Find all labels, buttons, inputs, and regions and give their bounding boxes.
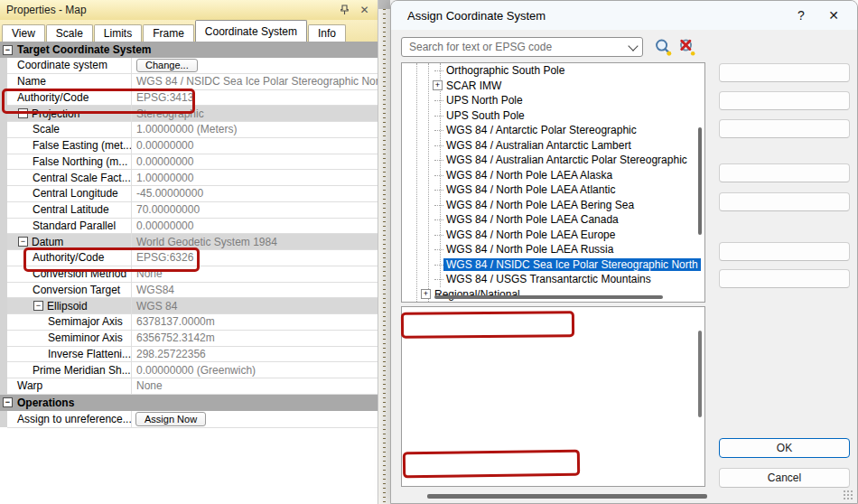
- property-row[interactable]: − Projection Stereographic Stereographic: [7, 106, 378, 122]
- tree-vertical-scrollbar[interactable]: [698, 127, 702, 235]
- property-label: Conversion Target: [33, 284, 120, 296]
- property-label: Central Latitude: [33, 203, 109, 216]
- tree-item[interactable]: + WGS 84 / North Pole LAEA Alaska: [402, 168, 704, 183]
- details-line: [411, 376, 704, 387]
- tree-item[interactable]: + Orthographic South Pole: [402, 63, 704, 79]
- search-input[interactable]: [409, 41, 630, 53]
- property-label: Semiminor Axis: [48, 331, 123, 344]
- property-row[interactable]: − Prime Meridian Sh... 0.00000000 (Green…: [7, 362, 378, 378]
- property-row[interactable]: − Coordinate system Change... Change...: [7, 58, 378, 74]
- tree-item[interactable]: + WGS 84 / North Pole LAEA Europe: [402, 228, 704, 243]
- search-combo[interactable]: [401, 37, 643, 57]
- property-label: Authority/Code: [33, 251, 104, 264]
- collapse-icon[interactable]: −: [18, 108, 28, 118]
- dialog-side-button[interactable]: [719, 242, 850, 261]
- property-row[interactable]: − Authority/Code EPSG:6326 EPSG:6326: [7, 250, 378, 266]
- panel-tab[interactable]: View: [2, 24, 45, 42]
- tree-item[interactable]: + WGS 84 / USGS Transantarctic Mountains: [402, 272, 704, 287]
- section-target-coordinate-system[interactable]: − Target Coordinate System: [0, 42, 378, 58]
- property-row[interactable]: − Conversion Target WGS84 WGS84: [7, 283, 378, 299]
- tree-item[interactable]: + WGS 84 / North Pole LAEA Russia: [402, 242, 704, 257]
- dialog-side-button[interactable]: [719, 63, 850, 82]
- help-icon[interactable]: ?: [785, 4, 817, 27]
- property-row[interactable]: − Standard Parallel 0.00000000 0.0000000…: [7, 219, 378, 235]
- tab-label: Coordinate System: [205, 25, 297, 38]
- property-row[interactable]: − Ellipsoid WGS 84 WGS 84: [7, 298, 378, 314]
- property-value: Stereographic: [136, 107, 204, 120]
- pin-icon[interactable]: [337, 3, 352, 17]
- tree-item[interactable]: + UPS North Pole: [402, 93, 704, 108]
- property-label: Prime Meridian Sh...: [33, 364, 131, 377]
- dialog-title: Assign Coordinate System: [407, 9, 785, 23]
- panel-tab[interactable]: Coordinate System: [195, 20, 307, 42]
- chevron-down-icon[interactable]: [628, 41, 638, 51]
- expand-plus-icon[interactable]: +: [433, 80, 443, 90]
- tree-item[interactable]: + WGS 84 / North Pole LAEA Bering Sea: [402, 198, 704, 213]
- dialog-side-button[interactable]: [719, 269, 850, 288]
- property-grid: − Coordinate system Change... Change... …: [0, 58, 378, 395]
- property-row[interactable]: − False Easting (met... 0.00000000 0.000…: [7, 138, 378, 154]
- property-row[interactable]: − Warp None None: [7, 378, 378, 395]
- dialog-side-button[interactable]: [719, 192, 850, 211]
- dialog-side-button[interactable]: [719, 91, 850, 110]
- coordinate-system-tree[interactable]: + Orthographic South Pole + SCAR IMW + U…: [401, 62, 705, 303]
- property-row[interactable]: − Conversion Method None None: [7, 266, 378, 283]
- panel-tab[interactable]: Limits: [94, 24, 142, 42]
- tree-item[interactable]: + WGS 84 / Antarctic Polar Stereographic: [402, 123, 704, 138]
- details-line: [411, 472, 704, 484]
- resize-grip[interactable]: [843, 490, 853, 500]
- tree-item[interactable]: + WGS 84 / North Pole LAEA Atlantic: [402, 182, 704, 198]
- ok-button[interactable]: OK: [719, 438, 850, 458]
- tree-item[interactable]: + Regional/National: [402, 287, 704, 303]
- property-row[interactable]: − Central Latitude 70.00000000 70.000000…: [7, 202, 378, 219]
- tree-item[interactable]: + UPS South Pole: [402, 108, 704, 124]
- properties-panel: Properties - Map ✕ View Scale Limits Fra…: [0, 0, 378, 504]
- close-icon[interactable]: ✕: [817, 4, 850, 27]
- tree-item[interactable]: + WGS 84 / North Pole LAEA Canada: [402, 212, 704, 228]
- tree-item-label: WGS 84 / Antarctic Polar Stereographic: [446, 124, 637, 136]
- property-row[interactable]: − Authority/Code EPSG:3413 EPSG:3413: [7, 90, 378, 107]
- property-value: 1.00000000 (Meters): [136, 123, 237, 135]
- clear-search-icon[interactable]: [677, 38, 696, 57]
- tree-item[interactable]: + WGS 84 / Australian Antarctic Lambert: [402, 138, 704, 154]
- property-row[interactable]: − Inverse Flatteni... 298.25722356 298.2…: [7, 347, 378, 363]
- dialog-side-button[interactable]: [719, 119, 850, 138]
- panel-tab[interactable]: Info: [308, 24, 346, 42]
- close-icon[interactable]: ✕: [357, 3, 372, 17]
- property-label: Conversion Method: [33, 267, 126, 280]
- change-button[interactable]: Change...: [136, 59, 198, 72]
- tree-horizontal-scrollbar[interactable]: [434, 295, 663, 299]
- tree-item[interactable]: + SCAR IMW: [402, 79, 704, 94]
- assign-now-button[interactable]: Assign Now: [135, 412, 206, 426]
- property-row[interactable]: − Central Longitude -45.00000000 -45.000…: [7, 186, 378, 202]
- search-icon[interactable]: [654, 38, 673, 57]
- details-line: [411, 315, 704, 327]
- expand-plus-icon[interactable]: +: [421, 289, 431, 299]
- collapse-icon[interactable]: −: [33, 301, 43, 311]
- panel-tab[interactable]: Scale: [46, 24, 93, 42]
- property-row[interactable]: − Semiminor Axis 6356752.3142m 6356752.3…: [7, 331, 378, 347]
- panel-tab[interactable]: Frame: [143, 24, 194, 42]
- cancel-button[interactable]: Cancel: [719, 468, 850, 488]
- collapse-icon[interactable]: −: [18, 237, 28, 247]
- property-label: Ellipsoid: [47, 300, 88, 313]
- collapse-icon[interactable]: −: [3, 45, 13, 55]
- tree-item-label: WGS 84 / North Pole LAEA Europe: [446, 229, 615, 241]
- property-row[interactable]: − Datum World Geodetic System 1984 World…: [7, 234, 378, 250]
- tree-item[interactable]: + WGS 84 / NSIDC Sea Ice Polar Stereogra…: [402, 257, 704, 273]
- panel-title: Properties - Map: [6, 4, 332, 16]
- property-row[interactable]: − Semimajor Axis 6378137.0000m 6378137.0…: [7, 314, 378, 331]
- details-vertical-scrollbar[interactable]: [698, 331, 702, 417]
- property-row[interactable]: − Scale 1.00000000 (Meters) 1.00000000 (…: [7, 122, 378, 138]
- property-label: Warp: [17, 379, 42, 392]
- section-operations[interactable]: − Operations: [0, 395, 378, 411]
- property-value: World Geodetic System 1984: [136, 236, 277, 248]
- property-row[interactable]: − Central Scale Fact... 1.00000000 1.000…: [7, 170, 378, 186]
- collapse-icon[interactable]: −: [3, 397, 13, 407]
- tree-item[interactable]: + WGS 84 / Australian Antarctic Polar St…: [402, 153, 704, 168]
- details-horizontal-scrollbar[interactable]: [427, 494, 707, 499]
- property-row[interactable]: − Name WGS 84 / NSIDC Sea Ice Polar Ster…: [7, 74, 378, 90]
- dialog-side-button[interactable]: [719, 163, 850, 182]
- property-row[interactable]: − False Northing (m... 0.00000000 0.0000…: [7, 154, 378, 171]
- property-value: None: [136, 267, 163, 280]
